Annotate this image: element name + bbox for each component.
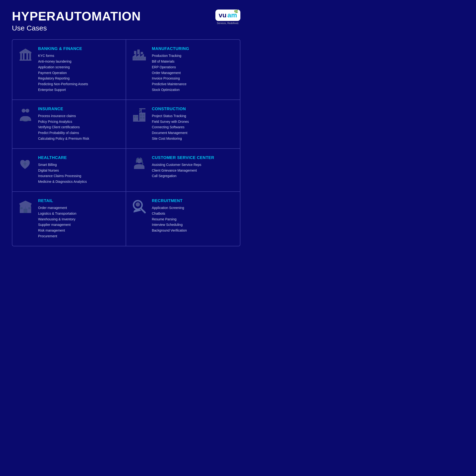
cell-recruitment: RECRUITMENT Application Screening Chatbo… xyxy=(126,192,240,246)
logo-box: vu am 🌿 xyxy=(215,10,240,21)
list-item: Policy Pricing Analytics xyxy=(38,119,89,125)
retail-title: RETAIL xyxy=(38,199,76,203)
svg-rect-69 xyxy=(133,115,138,121)
insurance-items: Process insurance claims Policy Pricing … xyxy=(38,113,89,142)
svg-rect-62 xyxy=(135,58,136,59)
manufacturing-content: MANUFACTURING Production Tracking Bill o… xyxy=(152,46,189,93)
svg-rect-64 xyxy=(139,58,140,59)
svg-text:₹: ₹ xyxy=(24,50,26,52)
svg-point-82 xyxy=(137,158,142,163)
svg-rect-89 xyxy=(28,207,31,209)
list-item: Call Segregation xyxy=(152,173,214,179)
list-item: Project Status Tracking xyxy=(152,113,189,119)
svg-rect-76 xyxy=(140,117,142,119)
customer-service-icon xyxy=(131,155,148,172)
svg-point-68 xyxy=(25,109,29,113)
list-item: Client Grievance Management xyxy=(152,168,214,173)
list-item: Predicting Non-Performing Assets xyxy=(38,81,88,87)
healthcare-icon xyxy=(17,155,34,172)
page-subtitle: Use Cases xyxy=(12,24,141,32)
svg-rect-79 xyxy=(139,108,145,109)
cell-manufacturing: MANUFACTURING Production Tracking Bill o… xyxy=(126,40,240,100)
svg-rect-72 xyxy=(134,116,136,118)
svg-rect-77 xyxy=(143,117,144,119)
list-item: Payment Operation xyxy=(38,70,88,76)
list-item: Warehousing & Inventory xyxy=(38,217,76,222)
logo-area: vu am 🌿 Services, Redefined. xyxy=(215,10,240,24)
cell-retail: RETAIL Order management Logistics & Tran… xyxy=(12,192,126,246)
svg-rect-65 xyxy=(141,58,142,59)
logo-tagline: Services, Redefined. xyxy=(217,22,239,24)
construction-icon xyxy=(131,107,148,123)
construction-items: Project Status Tracking Field Survey wit… xyxy=(152,113,189,142)
list-item: Supplier management xyxy=(38,222,76,228)
manufacturing-items: Production Tracking Bill of Materials ER… xyxy=(152,53,189,93)
banking-icon: ₹ xyxy=(17,46,34,63)
svg-rect-63 xyxy=(137,58,138,59)
list-item: Smart Billing xyxy=(38,162,87,168)
list-item: Interview Scheduling xyxy=(152,222,187,228)
cell-banking: ₹ BANKING & finance KYC forms Anti-money… xyxy=(12,40,126,100)
grid-row-1: ₹ BANKING & finance KYC forms Anti-money… xyxy=(12,40,240,100)
svg-point-67 xyxy=(22,109,25,113)
svg-rect-48 xyxy=(19,60,32,61)
svg-rect-83 xyxy=(136,160,137,163)
list-item: Procurement xyxy=(38,234,76,239)
list-item: Risk management xyxy=(38,228,76,234)
banking-items: KYC forms Anti-money laundering Applicat… xyxy=(38,53,88,93)
use-cases-grid: ₹ BANKING & finance KYC forms Anti-money… xyxy=(12,39,240,246)
grid-row-2: INSURANCE Process insurance claims Polic… xyxy=(12,100,240,149)
svg-rect-66 xyxy=(143,58,144,59)
banking-title: BANKING & finance xyxy=(38,46,88,51)
list-item: Chatbots xyxy=(152,211,187,217)
retail-items: Order management Logistics & Transportat… xyxy=(38,205,76,239)
insurance-content: INSURANCE Process insurance claims Polic… xyxy=(38,107,89,142)
list-item: Application Screening xyxy=(152,205,187,211)
logo-leaf-icon: 🌿 xyxy=(234,10,238,13)
list-item: ERP Operations xyxy=(152,65,189,70)
svg-rect-61 xyxy=(133,58,134,59)
list-item: Production Tracking xyxy=(152,53,189,59)
healthcare-items: Smart Billing Digital Nurses Insurance C… xyxy=(38,162,87,185)
recruitment-icon xyxy=(131,199,148,215)
svg-point-91 xyxy=(136,202,140,206)
svg-rect-88 xyxy=(20,207,23,209)
svg-rect-81 xyxy=(139,110,140,112)
svg-rect-53 xyxy=(19,52,32,53)
manufacturing-title: MANUFACTURING xyxy=(152,46,189,51)
list-item: Enterprise Support xyxy=(38,87,88,93)
customer-service-title: CUSTOMER SERVICE CENTER xyxy=(152,155,214,160)
list-item: Logistics & Transportation xyxy=(38,211,76,217)
svg-marker-57 xyxy=(133,54,146,60)
recruitment-items: Application Screening Chatbots Resume Pa… xyxy=(152,205,187,234)
svg-rect-59 xyxy=(137,50,140,54)
list-item: Insurance Claims Processing xyxy=(38,173,87,179)
retail-icon xyxy=(17,199,34,215)
grid-row-3: HEALTHCARE Smart Billing Digital Nurses … xyxy=(12,149,240,192)
banking-content: BANKING & finance KYC forms Anti-money l… xyxy=(38,46,88,93)
svg-rect-60 xyxy=(141,52,143,54)
svg-rect-52 xyxy=(29,53,31,60)
construction-title: CONSTRUCTION xyxy=(152,107,189,111)
svg-line-93 xyxy=(141,209,145,213)
logo-vu: vu xyxy=(219,11,227,19)
list-item: Document Management xyxy=(152,130,189,136)
list-item: Medicine & Diagnostics Analytics xyxy=(38,179,87,185)
svg-rect-84 xyxy=(141,160,143,163)
list-item: Bill of Materials xyxy=(152,59,189,65)
list-item: Predictive Maintenance xyxy=(152,81,189,87)
list-item: Process insurance claims xyxy=(38,113,89,119)
healthcare-content: HEALTHCARE Smart Billing Digital Nurses … xyxy=(38,155,87,185)
svg-rect-70 xyxy=(139,113,145,121)
title-block: HYPERAUTOMATION Use Cases xyxy=(12,10,141,32)
list-item: Site Cost Monitoring xyxy=(152,136,189,142)
list-item: Order Management xyxy=(152,70,189,76)
insurance-icon xyxy=(17,107,34,123)
header: HYPERAUTOMATION Use Cases vu am 🌿 Servic… xyxy=(12,10,240,32)
list-item: Digital Nurses xyxy=(38,168,87,173)
cell-customer-service: CUSTOMER SERVICE CENTER Assisting Custom… xyxy=(126,149,240,191)
list-item: Resume Parsing xyxy=(152,217,187,222)
list-item: Order management xyxy=(38,205,76,211)
svg-rect-74 xyxy=(140,114,142,116)
recruitment-content: RECRUITMENT Application Screening Chatbo… xyxy=(152,199,187,234)
